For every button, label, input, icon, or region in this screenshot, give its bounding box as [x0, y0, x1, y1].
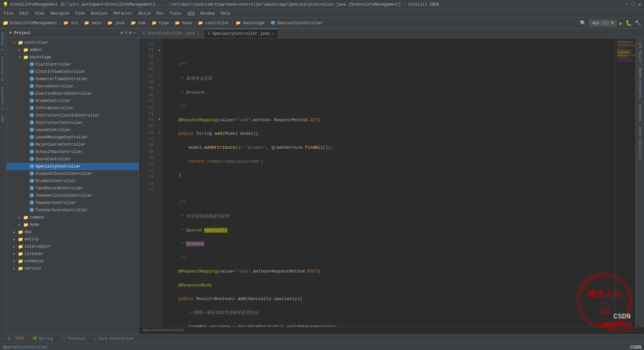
tree-takerecord[interactable]: 🅒 TakeRecordController: [7, 185, 139, 192]
editor-area: C ScoreController.java ✕ C SpecialtyCont…: [139, 28, 644, 334]
todo-tab[interactable]: ✓ 6: TODO: [3, 335, 26, 342]
tree-student[interactable]: 🅒 StudentController: [7, 177, 139, 185]
search-icon[interactable]: 🔍: [580, 20, 586, 26]
tree-course[interactable]: 🅒 CourseController: [7, 83, 139, 90]
menu-tools[interactable]: Tools: [167, 11, 184, 17]
bc-controller[interactable]: 📂 controller: [198, 21, 229, 25]
tree-entity[interactable]: ▶ 📁 entity: [7, 236, 139, 243]
tree-teacher[interactable]: 🅒 TeacherController: [7, 199, 139, 207]
minimize-button[interactable]: –: [625, 1, 628, 8]
main-area: 1: Project Z: Structure 2: Favorites Web…: [0, 28, 644, 334]
tree-commuter[interactable]: 🅒 CommuterTimeController: [7, 75, 139, 83]
breadcrumb-root[interactable]: 📁 SchoolInfoManagement: [3, 20, 57, 26]
tree-clockin[interactable]: 🅒 ClockInTimeController: [7, 68, 139, 75]
tab-label-specialty: SpecialtyController.java: [212, 31, 270, 36]
tree-inform[interactable]: 🅒 InformController: [7, 105, 139, 112]
maximize-button[interactable]: □: [632, 1, 635, 8]
bean-validation-tab[interactable]: Bean Validation: [637, 125, 643, 163]
database-tab[interactable]: Database: [637, 101, 643, 125]
tree-admin[interactable]: ▶ 📁 admin: [7, 46, 139, 54]
sync-icon[interactable]: ⚙: [120, 30, 123, 35]
tree-teacherclockin[interactable]: 🅒 TeacherClockInController: [7, 192, 139, 199]
terminal-tab[interactable]: ⬛ Terminal: [60, 335, 88, 342]
tab-scorecontroller[interactable]: C ScoreController.java ✕: [139, 29, 204, 38]
code-content[interactable]: /** * 新增专业页面 * @return */ @RequestMappin…: [163, 38, 616, 327]
bc-src[interactable]: 📂 src: [64, 21, 78, 25]
menu-file[interactable]: File: [1, 11, 16, 17]
debug-button[interactable]: 🐛: [625, 20, 632, 26]
tree-score[interactable]: 🅒 ScoreController: [7, 156, 139, 163]
run-config[interactable]: App (1) ▼: [589, 20, 617, 26]
tab-close-specialty[interactable]: ✕: [272, 31, 274, 36]
menu-window[interactable]: Window: [198, 11, 217, 17]
tree-specialty[interactable]: 🅒 SpecialtyController: [7, 163, 139, 170]
menu-refactor[interactable]: Refactor: [111, 11, 135, 17]
code-line-67: */: [168, 255, 610, 262]
toolbar-right: 🔍 App (1) ▼ ▶ 🐛 🔨: [580, 20, 641, 27]
menu-build[interactable]: Build: [136, 11, 153, 17]
tree-backstage[interactable]: ▼ 📁 backstage: [7, 54, 139, 61]
tree-listener[interactable]: ▶ 📁 listener: [7, 250, 139, 258]
code-line-66: * @return: [168, 241, 610, 248]
build-button[interactable]: 🔨: [635, 20, 641, 26]
run-button[interactable]: ▶: [619, 20, 623, 27]
tab-close-score[interactable]: ✕: [197, 31, 199, 36]
ant-build-tab[interactable]: Ant Build: [637, 40, 643, 65]
file-footer-label: SpecialtyController: [143, 328, 184, 332]
line-numbers: 52 53 54 55 56 57 58 59 60 61 62 63 64 6…: [139, 38, 156, 327]
title-bar: 💡 SchoolInfoManagement [E:\ylrc_workspac…: [0, 0, 644, 9]
favorites-tab[interactable]: 2: Favorites: [0, 83, 6, 113]
tree-common[interactable]: ▶ 📁 common: [7, 214, 139, 221]
maven-tab[interactable]: Maven Projects: [637, 65, 643, 101]
collapse-icon[interactable]: ≡: [125, 30, 127, 35]
bc-com[interactable]: 📂 com: [131, 21, 146, 25]
tree-interceptor[interactable]: ▶ 📁 interceptor: [7, 243, 139, 250]
bc-backstage[interactable]: 📂 backstage: [236, 21, 265, 25]
menu-analyze[interactable]: Analyze: [88, 11, 110, 17]
menu-code[interactable]: Code: [73, 11, 88, 17]
tree-majorcourse[interactable]: 🅒 MajorCourseController: [7, 141, 139, 148]
menu-help[interactable]: Help: [218, 11, 233, 17]
tree-elective[interactable]: 🅒 ElectiveCourseController: [7, 90, 139, 97]
folder-icon: 📁: [3, 20, 8, 26]
tree-leave[interactable]: 🅒 LeaveController: [7, 126, 139, 134]
window-controls[interactable]: – □ ✕: [625, 1, 641, 8]
tree-studentclockin[interactable]: 🅒 StudentClockInController: [7, 170, 139, 177]
spring-tab[interactable]: 🌿 Spring: [31, 335, 54, 342]
project-tab[interactable]: 1: Project: [0, 28, 6, 54]
tree-service[interactable]: ▶ 📁 service: [7, 265, 139, 272]
tree-instructor[interactable]: 🅒 InstructorController: [7, 119, 139, 126]
hide-icon[interactable]: —: [134, 30, 136, 35]
tree-schoolyear[interactable]: 🅒 SchoolYearController: [7, 148, 139, 156]
bc-specialty[interactable]: 🅒 SpecialtyController: [271, 21, 322, 25]
code-line-65: * @param specialty: [168, 227, 610, 234]
menu-view[interactable]: View: [32, 11, 47, 17]
menu-run[interactable]: Run: [154, 11, 166, 17]
tree-instrclockin[interactable]: 🅒 InstructorClockInController: [7, 112, 139, 119]
web-tab[interactable]: Web: [0, 113, 6, 124]
status-file: SpecialtyController: [3, 345, 48, 350]
tree-dao[interactable]: ▶ 📁 dao: [7, 228, 139, 236]
menu-vcs[interactable]: VCS: [185, 11, 197, 17]
tree-home[interactable]: ▶ 📁 home: [7, 221, 139, 228]
tab-icon-specialty: C: [208, 31, 210, 36]
bc-base[interactable]: 📂 base: [175, 21, 192, 25]
tree-teacherscore[interactable]: 🅒 TeacherScoreController: [7, 207, 139, 214]
menu-navigate[interactable]: Navigate: [48, 11, 72, 17]
structure-tab[interactable]: Z: Structure: [0, 54, 6, 83]
tree-leavemsg[interactable]: 🅒 LeaveMessageController: [7, 134, 139, 141]
tab-specialtycontroller[interactable]: C SpecialtyController.java ✕: [204, 29, 279, 38]
settings-icon[interactable]: ⚙: [129, 30, 132, 35]
bc-hjqw[interactable]: 📂 hjqw: [152, 21, 169, 25]
java-enterprise-tab[interactable]: ☕ Java Enterprise: [93, 335, 135, 342]
bc-java[interactable]: 📂 java: [107, 21, 124, 25]
code-gutter: ▼ ⚡ ⚡ ▼ ▼ ⚡ ⚡: [156, 38, 163, 327]
tree-schedule[interactable]: ▶ 📁 schedule: [7, 258, 139, 265]
tree-grade[interactable]: 🅒 GradeController: [7, 97, 139, 105]
right-side-panel: Ant Build Maven Projects Database Bean V…: [635, 38, 644, 327]
close-button[interactable]: ✕: [638, 1, 641, 8]
menu-edit[interactable]: Edit: [17, 11, 32, 17]
bc-main[interactable]: 📂 main: [84, 21, 101, 25]
tree-controller[interactable]: ▼ 📁 controller: [7, 39, 139, 46]
tree-clazz[interactable]: 🅒 ClazzController: [7, 61, 139, 68]
